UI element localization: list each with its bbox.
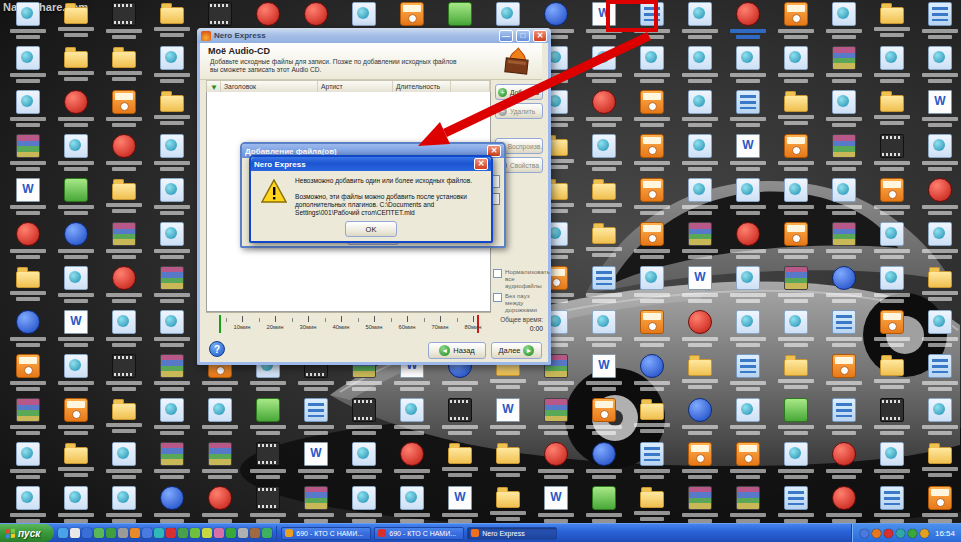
desktop-icon[interactable] bbox=[822, 222, 866, 259]
quicklaunch-icon-6[interactable] bbox=[118, 528, 128, 538]
desktop-icon[interactable] bbox=[918, 46, 961, 83]
desktop-icon[interactable] bbox=[918, 178, 961, 215]
desktop-icon[interactable] bbox=[102, 442, 146, 479]
ok-button[interactable]: OK bbox=[345, 221, 397, 237]
desktop-icon[interactable] bbox=[54, 486, 98, 523]
desktop-icon[interactable] bbox=[870, 266, 914, 303]
desktop-icon[interactable] bbox=[726, 90, 770, 127]
desktop-icon[interactable] bbox=[582, 442, 626, 479]
desktop-icon[interactable] bbox=[486, 442, 530, 477]
taskbar-task-button[interactable]: 690 - КТО С НАМИ... bbox=[281, 527, 371, 540]
desktop-icon[interactable] bbox=[54, 266, 98, 303]
desktop-icon[interactable] bbox=[102, 46, 146, 81]
desktop-icon[interactable] bbox=[582, 310, 626, 347]
desktop-icon[interactable] bbox=[918, 134, 961, 171]
desktop-icon[interactable] bbox=[102, 266, 146, 303]
track-number-column[interactable]: ▼ bbox=[207, 81, 221, 92]
desktop-icon[interactable] bbox=[150, 2, 194, 37]
quicklaunch-icon-8[interactable] bbox=[142, 528, 152, 538]
desktop-icon[interactable] bbox=[726, 46, 770, 83]
desktop-icon[interactable] bbox=[774, 486, 818, 523]
quicklaunch-icon-16[interactable] bbox=[238, 528, 248, 538]
desktop-icon[interactable] bbox=[630, 354, 674, 391]
quicklaunch-icon-9[interactable] bbox=[154, 528, 164, 538]
desktop-icon[interactable] bbox=[486, 398, 530, 435]
desktop-icon[interactable] bbox=[774, 442, 818, 479]
desktop-icon[interactable] bbox=[486, 486, 530, 521]
close-button[interactable]: ✕ bbox=[533, 30, 547, 42]
desktop-icon[interactable] bbox=[630, 266, 674, 303]
quicklaunch-icon-17[interactable] bbox=[250, 528, 260, 538]
taskbar-task-button[interactable]: 690 - КТО С НАМИ... bbox=[374, 527, 464, 540]
desktop-icon[interactable] bbox=[726, 134, 770, 171]
desktop-icon[interactable] bbox=[678, 398, 722, 435]
desktop-icon[interactable] bbox=[582, 90, 626, 127]
desktop-icon[interactable] bbox=[534, 398, 578, 435]
tray-icon-6[interactable] bbox=[920, 529, 929, 538]
desktop-icon[interactable] bbox=[822, 442, 866, 479]
desktop-icon[interactable] bbox=[726, 354, 770, 391]
desktop-icon[interactable] bbox=[150, 266, 194, 303]
desktop-icon[interactable] bbox=[582, 222, 626, 257]
desktop-icon[interactable] bbox=[6, 222, 50, 259]
desktop-icon[interactable] bbox=[630, 310, 674, 347]
desktop-icon[interactable] bbox=[630, 90, 674, 127]
column-artist[interactable]: Артист bbox=[318, 81, 393, 92]
quicklaunch-icon-1[interactable] bbox=[58, 528, 68, 538]
desktop-icon[interactable] bbox=[6, 310, 50, 347]
desktop-icon[interactable] bbox=[678, 266, 722, 303]
quicklaunch-icon-4[interactable] bbox=[94, 528, 104, 538]
desktop-icon[interactable] bbox=[630, 178, 674, 215]
desktop-icon[interactable] bbox=[150, 310, 194, 347]
desktop-icon[interactable] bbox=[678, 90, 722, 127]
tray-icon-2[interactable] bbox=[872, 529, 881, 538]
desktop-icon[interactable] bbox=[150, 46, 194, 83]
desktop-icon[interactable] bbox=[582, 46, 626, 83]
desktop-icon[interactable] bbox=[438, 486, 482, 523]
desktop-icon[interactable] bbox=[726, 398, 770, 435]
desktop-icon[interactable] bbox=[582, 354, 626, 391]
desktop-icon[interactable] bbox=[726, 486, 770, 523]
desktop-icon[interactable] bbox=[918, 398, 961, 435]
desktop-icon[interactable] bbox=[870, 178, 914, 215]
column-duration[interactable]: Длительность bbox=[393, 81, 451, 92]
desktop-icon[interactable] bbox=[6, 46, 50, 83]
desktop-icon[interactable] bbox=[6, 178, 50, 215]
desktop-icon[interactable] bbox=[678, 442, 722, 479]
column-title[interactable]: Заголовок bbox=[221, 81, 318, 92]
back-button[interactable]: ◂ Назад bbox=[428, 342, 486, 359]
desktop-icon[interactable] bbox=[534, 486, 578, 523]
start-button[interactable]: пуск bbox=[0, 524, 54, 542]
desktop-icon[interactable] bbox=[870, 354, 914, 389]
desktop-icon[interactable] bbox=[822, 178, 866, 215]
desktop-icon[interactable] bbox=[774, 90, 818, 125]
desktop-icon[interactable] bbox=[6, 134, 50, 171]
next-button[interactable]: Далее ▸ bbox=[491, 342, 542, 359]
desktop-icon[interactable] bbox=[726, 310, 770, 347]
close-button[interactable]: ✕ bbox=[474, 158, 488, 170]
desktop-icon[interactable] bbox=[6, 266, 50, 301]
no-pause-option[interactable]: Без пауз между дорожками bbox=[493, 292, 545, 313]
desktop-icon[interactable] bbox=[54, 310, 98, 347]
desktop-icon[interactable] bbox=[150, 442, 194, 479]
desktop-icon[interactable] bbox=[150, 398, 194, 435]
desktop-icon[interactable] bbox=[822, 266, 866, 303]
desktop-icon[interactable] bbox=[918, 486, 961, 523]
desktop-icon[interactable] bbox=[870, 222, 914, 259]
quicklaunch-icon-13[interactable] bbox=[202, 528, 212, 538]
desktop-icon[interactable] bbox=[150, 134, 194, 171]
desktop-icon[interactable] bbox=[6, 398, 50, 435]
desktop-icon[interactable] bbox=[54, 222, 98, 259]
desktop-icon[interactable] bbox=[102, 486, 146, 523]
quicklaunch-icon-15[interactable] bbox=[226, 528, 236, 538]
desktop-icon[interactable] bbox=[438, 442, 482, 477]
desktop-icon[interactable] bbox=[678, 486, 722, 523]
desktop-icon[interactable] bbox=[390, 486, 434, 523]
desktop-icon[interactable] bbox=[582, 398, 626, 435]
desktop-icon[interactable] bbox=[822, 354, 866, 391]
desktop-icon[interactable] bbox=[582, 266, 626, 303]
desktop-icon[interactable] bbox=[102, 2, 146, 39]
desktop-icon[interactable] bbox=[918, 442, 961, 477]
desktop-icon[interactable] bbox=[6, 90, 50, 127]
desktop-icon[interactable] bbox=[726, 222, 770, 259]
